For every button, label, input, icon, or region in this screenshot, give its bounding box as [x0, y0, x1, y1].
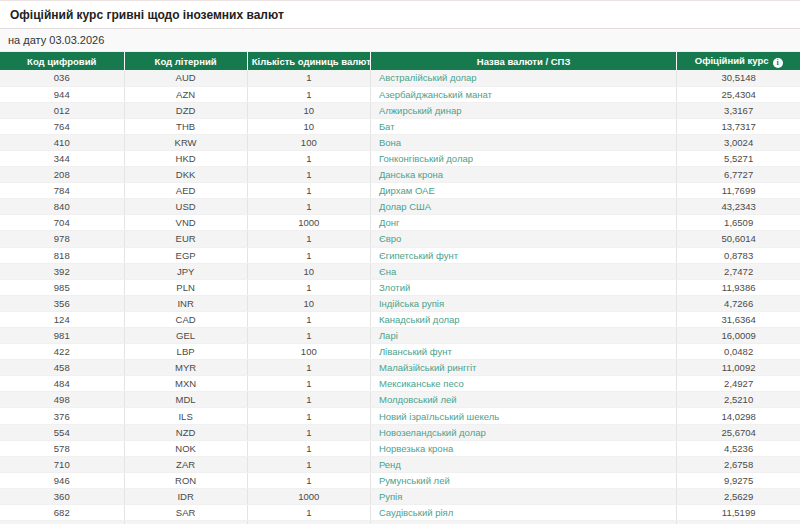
cell-letter: EUR — [124, 231, 247, 247]
cell-qty: 100 — [247, 344, 370, 360]
cell-letter: CAD — [124, 311, 247, 327]
cell-qty: 1 — [247, 440, 370, 456]
cell-rate: 2,5210 — [677, 392, 800, 408]
cell-name[interactable]: Рупія — [370, 488, 676, 504]
cell-letter: GEL — [124, 328, 247, 344]
cell-qty: 1 — [247, 456, 370, 472]
cell-letter: PLN — [124, 279, 247, 295]
cell-name[interactable]: Саудівський ріял — [370, 505, 676, 521]
cell-code: 012 — [0, 102, 124, 118]
cell-rate: 13,7317 — [677, 118, 800, 134]
table-row: 946RON1Румунський лей9,9275 — [0, 472, 800, 488]
cell-name[interactable]: Гонконгівський долар — [370, 150, 676, 166]
cell-letter: JPY — [124, 263, 247, 279]
cell-code: 036 — [0, 70, 124, 86]
cell-rate: 43,2343 — [677, 199, 800, 215]
page-title-bar: Офіційний курс гривні щодо іноземних вал… — [0, 0, 800, 29]
cell-name[interactable]: Бат — [370, 118, 676, 134]
cell-code: 840 — [0, 199, 124, 215]
cell-rate: 25,6704 — [677, 424, 800, 440]
cell-qty: 1 — [247, 408, 370, 424]
cell-name[interactable]: Вона — [370, 134, 676, 150]
cell-letter: ILS — [124, 408, 247, 424]
cell-name[interactable]: Ларі — [370, 328, 676, 344]
cell-qty: 1 — [247, 328, 370, 344]
cell-name[interactable]: Євро — [370, 231, 676, 247]
cell-qty: 1 — [247, 360, 370, 376]
cell-name[interactable]: Новозеландський долар — [370, 424, 676, 440]
cell-letter: HKD — [124, 150, 247, 166]
cell-qty: 1 — [247, 70, 370, 86]
cell-rate: 25,4304 — [677, 86, 800, 102]
cell-name[interactable]: Єгипетський фунт — [370, 247, 676, 263]
cell-name[interactable]: Канадський долар — [370, 311, 676, 327]
cell-qty: 1 — [247, 311, 370, 327]
cell-qty: 1 — [247, 183, 370, 199]
cell-code: 422 — [0, 344, 124, 360]
cell-qty: 1000 — [247, 215, 370, 231]
table-row: 682SAR1Саудівський ріял11,5199 — [0, 505, 800, 521]
table-row: 392JPY10Єна2,7472 — [0, 263, 800, 279]
table-row: 458MYR1Малайзійський ринггіт11,0092 — [0, 360, 800, 376]
cell-letter: THB — [124, 118, 247, 134]
column-header-rate: Офіційний курсi — [677, 52, 800, 70]
table-row: 944AZN1Азербайджанський манат25,4304 — [0, 86, 800, 102]
cell-name[interactable]: Азербайджанський манат — [370, 86, 676, 102]
cell-name[interactable]: Ренд — [370, 456, 676, 472]
cell-name[interactable]: Алжирський динар — [370, 102, 676, 118]
cell-letter: DKK — [124, 167, 247, 183]
table-row: 818EGP1Єгипетський фунт0,8783 — [0, 247, 800, 263]
cell-rate: 0,0482 — [677, 344, 800, 360]
cell-code: 356 — [0, 295, 124, 311]
cell-name[interactable]: Мексиканське песо — [370, 376, 676, 392]
cell-name[interactable]: Донг — [370, 215, 676, 231]
cell-name[interactable]: Долар США — [370, 199, 676, 215]
cell-name[interactable]: Єна — [370, 263, 676, 279]
cell-letter: LBP — [124, 344, 247, 360]
cell-rate: 2,7472 — [677, 263, 800, 279]
cell-name[interactable]: Індійська рупія — [370, 295, 676, 311]
cell-rate: 2,4927 — [677, 376, 800, 392]
cell-letter: KRW — [124, 134, 247, 150]
cell-name[interactable]: Ліванський фунт — [370, 344, 676, 360]
cell-name[interactable]: Злотий — [370, 279, 676, 295]
cell-code: 344 — [0, 150, 124, 166]
cell-code — [0, 521, 124, 524]
cell-name[interactable]: Норвезька крона — [370, 440, 676, 456]
page-title: Офіційний курс гривні щодо іноземних вал… — [10, 8, 284, 22]
cell-name[interactable]: Данська крона — [370, 167, 676, 183]
cell-code: 944 — [0, 86, 124, 102]
table-row: 410KRW100Вона3,0024 — [0, 134, 800, 150]
cell-qty: 1000 — [247, 488, 370, 504]
cell-letter: VND — [124, 215, 247, 231]
cell-qty: 1 — [247, 199, 370, 215]
cell-name — [370, 521, 676, 524]
cell-code: 946 — [0, 472, 124, 488]
cell-rate: 5,5271 — [677, 150, 800, 166]
cell-name[interactable]: Австралійський долар — [370, 70, 676, 86]
table-row: 360IDR1000Рупія2,5629 — [0, 488, 800, 504]
cell-qty: 1 — [247, 150, 370, 166]
cell-name[interactable]: Дирхам ОАЕ — [370, 183, 676, 199]
cell-letter: MDL — [124, 392, 247, 408]
cell-name[interactable]: Молдовський лей — [370, 392, 676, 408]
info-icon[interactable]: i — [773, 58, 783, 68]
cell-name[interactable]: Новий ізраїльський шекель — [370, 408, 676, 424]
table-row: 710ZAR1Ренд2,6758 — [0, 456, 800, 472]
table-row: 484MXN1Мексиканське песо2,4927 — [0, 376, 800, 392]
cell-rate: 11,7699 — [677, 183, 800, 199]
rates-table-body: 036AUD1Австралійський долар30,5148944AZN… — [0, 70, 800, 524]
cell-code: 392 — [0, 263, 124, 279]
cell-rate: 9,9275 — [677, 472, 800, 488]
cell-rate: 6,7727 — [677, 167, 800, 183]
cell-name[interactable]: Румунський лей — [370, 472, 676, 488]
cell-qty: 1 — [247, 424, 370, 440]
table-row: 498MDL1Молдовський лей2,5210 — [0, 392, 800, 408]
cell-letter: USD — [124, 199, 247, 215]
cell-qty: 1 — [247, 392, 370, 408]
cell-rate: 4,5236 — [677, 440, 800, 456]
cell-letter: DZD — [124, 102, 247, 118]
column-header-letter: Код літерний — [124, 52, 247, 70]
date-label: на дату 03.03.2026 — [8, 34, 104, 46]
cell-name[interactable]: Малайзійський ринггіт — [370, 360, 676, 376]
